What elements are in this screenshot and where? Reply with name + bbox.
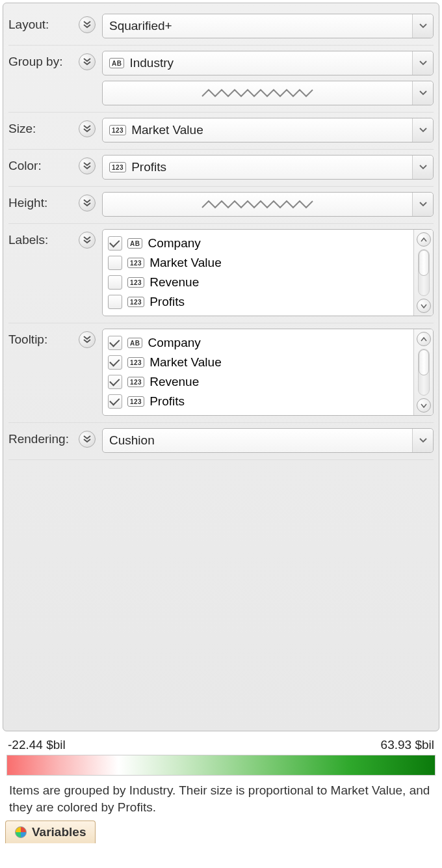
description-text: Items are grouped by Industry. Their siz… [6,776,436,821]
tooltip-scrollbar[interactable] [413,329,433,415]
chevron-down-icon [419,23,427,29]
row-color: Color: 123 Profits [8,150,434,187]
expand-height-button[interactable] [79,195,96,211]
labels-item-label: Company [148,236,200,251]
layout-dropdown-button[interactable] [412,14,433,38]
type-badge-number-icon: 123 [127,396,144,407]
label-groupby: Group by: [8,51,79,69]
label-tooltip: Tooltip: [8,329,79,347]
label-height: Height: [8,192,79,210]
row-height: Height: [8,187,434,224]
label-rendering: Rendering: [8,428,79,446]
labels-item: ABCompany [108,234,408,253]
expand-rendering-button[interactable] [79,431,96,448]
size-dropdown-button[interactable] [412,118,433,142]
size-value: Market Value [131,123,203,137]
size-combo[interactable]: 123 Market Value [102,118,434,142]
labels-checkbox[interactable] [108,256,122,270]
tooltip-item-label: Market Value [150,355,222,370]
variables-tab[interactable]: Variables [5,821,96,843]
chevron-double-down-icon [83,20,92,29]
color-dropdown-button[interactable] [412,156,433,179]
chevron-double-down-icon [83,161,92,170]
type-badge-text-icon: AB [109,58,124,68]
labels-listbox: ABCompany123Market Value123Revenue123Pro… [102,229,434,316]
label-color: Color: [8,155,79,173]
groupby-empty-dropdown-button[interactable] [412,81,433,105]
expand-groupby-button[interactable] [79,53,96,70]
tooltip-listbox: ABCompany123Market Value123Revenue123Pro… [102,329,434,416]
row-rendering: Rendering: Cushion [8,423,434,460]
tooltip-item: ABCompany [108,333,408,353]
groupby-combo[interactable]: AB Industry [102,51,434,75]
height-dropdown-button[interactable] [412,193,433,216]
scroll-thumb[interactable] [419,250,429,276]
labels-item: 123Market Value [108,253,408,273]
scroll-up-button[interactable] [417,232,431,247]
groupby-value: Industry [129,56,174,70]
scroll-thumb[interactable] [419,349,429,375]
chevron-down-icon [419,128,427,133]
tooltip-checkbox[interactable] [108,355,122,370]
tooltip-item-label: Company [148,336,200,350]
labels-item-label: Market Value [150,256,222,270]
expand-tooltip-button[interactable] [79,331,96,348]
chevron-down-icon [419,202,427,207]
row-tooltip: Tooltip: ABCompany123Market Value123Reve… [8,323,434,423]
chevron-double-down-icon [83,57,92,66]
labels-scrollbar[interactable] [413,230,433,316]
color-value: Profits [131,160,166,174]
height-combo[interactable] [102,192,434,217]
tooltip-checkbox[interactable] [108,336,122,350]
type-badge-number-icon: 123 [127,357,144,368]
expand-labels-button[interactable] [79,232,96,249]
type-badge-number-icon: 123 [127,377,144,387]
expand-color-button[interactable] [79,157,96,174]
groupby-empty-combo[interactable] [102,81,434,105]
type-badge-number-icon: 123 [127,258,144,268]
expand-layout-button[interactable] [79,16,96,33]
variables-icon [15,826,27,838]
labels-item: 123Revenue [108,273,408,292]
chevron-down-icon [419,438,427,443]
rendering-value: Cushion [109,433,155,448]
row-groupby: Group by: AB Industry [8,46,434,113]
groupby-dropdown-button[interactable] [412,51,433,75]
chevron-double-down-icon [83,124,92,133]
chevron-down-icon [419,165,427,170]
chevron-double-down-icon [83,236,92,245]
legend-max: 63.93 $bil [381,738,434,752]
chevron-double-down-icon [83,198,92,208]
scroll-up-button[interactable] [417,332,431,346]
layout-combo[interactable]: Squarified+ [102,14,434,38]
rendering-dropdown-button[interactable] [412,429,433,452]
expand-size-button[interactable] [79,120,96,137]
chevron-up-icon [421,337,427,342]
scroll-down-button[interactable] [417,398,431,413]
tooltip-item-label: Revenue [150,375,199,389]
type-badge-number-icon: 123 [109,162,126,172]
scroll-track[interactable] [418,249,430,296]
tooltip-checkbox[interactable] [108,394,122,409]
type-badge-number-icon: 123 [127,277,144,288]
type-badge-number-icon: 123 [109,125,126,135]
type-badge-number-icon: 123 [127,297,144,307]
settings-panel: Layout: Squarified+ Group by: AB Industr… [3,3,439,731]
rendering-combo[interactable]: Cushion [102,428,434,453]
label-labels: Labels: [8,229,79,247]
row-size: Size: 123 Market Value [8,113,434,150]
labels-checkbox[interactable] [108,295,122,309]
scroll-track[interactable] [418,349,430,396]
labels-checkbox[interactable] [108,236,122,251]
color-combo[interactable]: 123 Profits [102,155,434,180]
empty-zigzag-icon [109,87,406,99]
chevron-double-down-icon [83,335,92,344]
empty-zigzag-icon [109,198,406,210]
labels-checkbox[interactable] [108,275,122,290]
chevron-down-icon [421,304,427,308]
tooltip-checkbox[interactable] [108,375,122,389]
scroll-down-button[interactable] [417,299,431,313]
label-size: Size: [8,118,79,136]
legend-area: -22.44 $bil 63.93 $bil Items are grouped… [0,734,442,821]
tooltip-item: 123Profits [108,392,408,411]
